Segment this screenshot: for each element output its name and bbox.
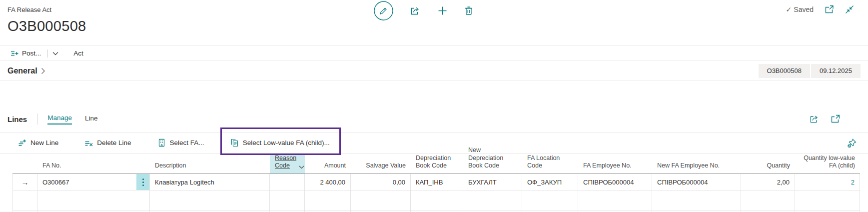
- pencil-circle-icon: [374, 1, 393, 20]
- lines-grid: FA No. Description Reason Code Amount Sa…: [12, 154, 860, 212]
- empty-cell: [522, 190, 578, 210]
- column-header-amount[interactable]: Amount: [305, 154, 351, 174]
- empty-cell: [578, 190, 652, 210]
- general-summary-fields: O3B000508 09.12.2025: [759, 64, 861, 78]
- lines-part-icons: [810, 114, 840, 124]
- empty-cell: [351, 190, 411, 210]
- save-status-label: Saved: [794, 6, 814, 14]
- column-header-fa-location-code[interactable]: FA Location Code: [522, 154, 578, 174]
- share-lines-button[interactable]: [810, 114, 820, 124]
- general-expander[interactable]: General: [7, 66, 45, 76]
- empty-cell: [305, 190, 351, 210]
- column-header-depreciation-book-code[interactable]: Depreciation Book Code: [411, 154, 463, 174]
- empty-cell: [463, 190, 522, 210]
- column-header-fa-no[interactable]: FA No.: [37, 154, 150, 174]
- select-low-value-fa-label: Select Low-value FA (child)...: [243, 139, 330, 146]
- cell-salvage-value[interactable]: 0,00: [351, 174, 411, 190]
- cell-fa-location-code[interactable]: ОФ_ЗАКУП: [522, 174, 578, 190]
- current-row-arrow-icon: →: [21, 178, 29, 186]
- column-header-fa-employee-no[interactable]: FA Employee No.: [578, 154, 652, 174]
- window-controls: ✓ Saved: [786, 5, 854, 14]
- empty-cell: [652, 190, 741, 210]
- ellipsis-dot: [142, 184, 144, 186]
- empty-cell: [37, 190, 150, 210]
- tab-manage[interactable]: Manage: [47, 114, 72, 124]
- cell-new-fa-employee-no[interactable]: СПІВРОБ000004: [652, 174, 741, 190]
- cell-amount[interactable]: 2 400,00: [305, 174, 351, 190]
- grid-header-row: FA No. Description Reason Code Amount Sa…: [12, 154, 860, 174]
- column-header-description[interactable]: Description: [150, 154, 270, 174]
- save-status: ✓ Saved: [786, 6, 814, 14]
- column-header-reason-code[interactable]: Reason Code: [270, 154, 305, 174]
- cell-reason-code[interactable]: [270, 174, 305, 190]
- delete-button[interactable]: [464, 6, 473, 16]
- empty-cell: [12, 190, 37, 210]
- posting-date-field[interactable]: 09.12.2025: [811, 64, 861, 78]
- general-label: General: [7, 66, 37, 76]
- column-header-salvage-value[interactable]: Salvage Value: [351, 154, 411, 174]
- action-bar: Post... Act: [0, 46, 868, 61]
- lines-label: Lines: [7, 115, 27, 124]
- ellipsis-dot: [142, 178, 144, 180]
- post-button[interactable]: Post...: [7, 49, 44, 58]
- new-line-icon: [18, 139, 26, 147]
- expand-icon: [831, 114, 840, 124]
- delete-line-button[interactable]: Delete Line: [81, 138, 134, 148]
- copy-document-icon: [230, 138, 239, 147]
- cell-fa-no[interactable]: O300667: [37, 174, 150, 190]
- act-menu[interactable]: Act: [70, 49, 86, 58]
- delete-line-icon: [84, 139, 93, 147]
- empty-cell: [795, 190, 860, 210]
- reason-code-label: Reason Code: [275, 154, 296, 170]
- plus-icon: [438, 6, 447, 16]
- empty-cell: [150, 190, 270, 210]
- tab-line[interactable]: Line: [85, 114, 98, 124]
- doc-no-field[interactable]: O3B000508: [759, 64, 810, 78]
- building-icon: [157, 138, 166, 147]
- lines-part-header: Lines Manage Line: [0, 106, 868, 132]
- delete-line-label: Delete Line: [97, 139, 131, 146]
- share-button[interactable]: [410, 6, 421, 16]
- column-header-quantity[interactable]: Quantity: [741, 154, 795, 174]
- post-split-chevron[interactable]: [51, 52, 59, 56]
- cell-quantity-low-value: 2: [795, 174, 860, 190]
- edit-button[interactable]: [374, 1, 393, 20]
- ellipsis-dot: [142, 182, 144, 183]
- row-marker-column-header: [12, 154, 37, 174]
- row-marker-cell: →: [12, 174, 37, 190]
- column-header-quantity-low-value[interactable]: Quantity low-value FA (child): [795, 154, 860, 174]
- cell-new-depreciation-book-code[interactable]: БУХГАЛТ: [463, 174, 522, 190]
- chevron-down-icon[interactable]: [299, 166, 304, 169]
- lines-divider: [37, 114, 37, 124]
- post-label: Post...: [22, 50, 41, 57]
- page-header: FA Release Act O3B000508: [0, 0, 868, 46]
- column-header-new-fa-employee-no[interactable]: New FA Employee No.: [652, 154, 741, 174]
- quantity-low-value-drilldown-link[interactable]: 2: [851, 178, 855, 186]
- action-divider: [47, 50, 48, 58]
- collapse-arrows-icon: [845, 5, 854, 14]
- expand-part-button[interactable]: [831, 114, 840, 124]
- collapse-button[interactable]: [845, 5, 854, 14]
- general-fasttab-header: General O3B000508 09.12.2025: [0, 61, 868, 81]
- cell-fa-employee-no[interactable]: СПІВРОБ000004: [578, 174, 652, 190]
- table-row-empty: [12, 190, 860, 210]
- chevron-down-icon: [52, 52, 58, 56]
- cell-quantity[interactable]: 2,00: [741, 174, 795, 190]
- unpin-button[interactable]: [847, 138, 857, 148]
- cell-depreciation-book-code[interactable]: КАП_ІНВ: [411, 174, 463, 190]
- select-fa-button[interactable]: Select FA...: [154, 138, 207, 148]
- select-low-value-fa-button[interactable]: Select Low-value FA (child)...: [227, 138, 333, 148]
- chevron-right-icon: [41, 68, 45, 74]
- empty-cell: [411, 190, 463, 210]
- new-line-button[interactable]: New Line: [15, 138, 61, 148]
- empty-cell: [741, 190, 795, 210]
- column-header-new-depreciation-book-code[interactable]: New Depreciation Book Code: [463, 154, 522, 174]
- post-icon: [10, 50, 18, 57]
- open-in-new-window-button[interactable]: [825, 5, 834, 14]
- cell-description[interactable]: Клавіатура Logitech: [150, 174, 270, 190]
- unpin-icon: [847, 138, 857, 148]
- add-button[interactable]: [438, 6, 447, 16]
- fa-no-value: O300667: [42, 178, 69, 186]
- assist-edit-button[interactable]: [136, 174, 149, 190]
- lines-toolbar: New Line Delete Line Select FA...: [0, 132, 868, 154]
